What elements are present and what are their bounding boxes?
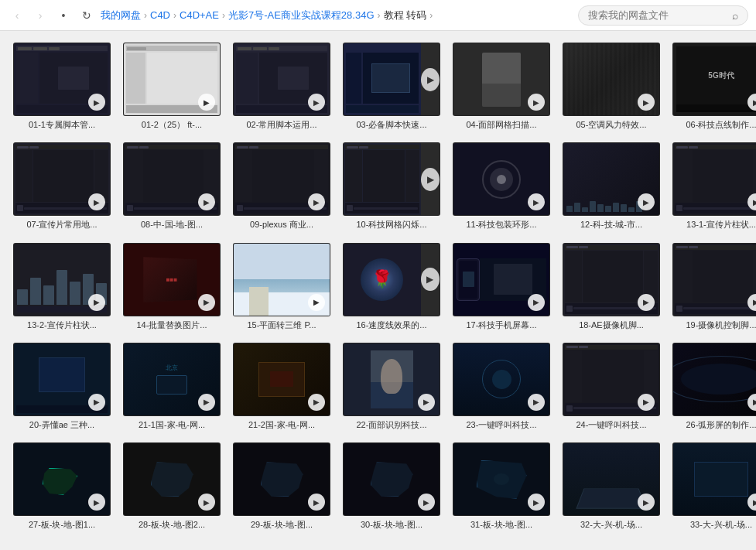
refresh-button[interactable]: ↻: [77, 6, 96, 25]
breadcrumb-sep-1: ›: [144, 10, 147, 21]
file-thumbnail: ▶: [453, 243, 550, 316]
breadcrumb-current: 教程 转码: [384, 9, 427, 22]
play-button[interactable]: ▶: [308, 94, 325, 111]
file-item[interactable]: ▶19-摄像机控制脚...: [670, 241, 756, 333]
play-button-center[interactable]: ▶: [421, 268, 440, 291]
file-thumbnail: ▶: [123, 442, 221, 516]
file-thumbnail: ▶: [672, 243, 756, 316]
file-item[interactable]: ▶31-板-块-地-图...: [450, 440, 552, 532]
file-thumbnail: ▶: [13, 343, 111, 416]
play-button[interactable]: ▶: [418, 394, 435, 411]
file-name: 05-空调风力特效...: [576, 119, 646, 130]
search-icon[interactable]: ⌕: [732, 9, 738, 22]
play-button[interactable]: ▶: [528, 294, 545, 311]
file-item[interactable]: ▶01-1专属脚本管...: [11, 40, 113, 132]
file-grid: ▶01-1专属脚本管... ▶01-2（25） ft-...: [11, 40, 745, 532]
file-item[interactable]: ▶10-科技网格闪烁...: [340, 140, 443, 232]
file-item[interactable]: ▶27-板-块-地-图1...: [11, 440, 113, 532]
file-item[interactable]: 🌹 ▶16-速度线效果的...: [340, 241, 443, 333]
play-button[interactable]: ▶: [88, 394, 105, 411]
play-button-center[interactable]: ▶: [421, 68, 440, 91]
file-thumbnail: ▶: [233, 343, 330, 416]
file-thumbnail: ▶: [233, 243, 330, 316]
play-button[interactable]: ▶: [88, 94, 105, 111]
file-item[interactable]: ▶01-2（25） ft-...: [121, 40, 223, 132]
file-item[interactable]: ▶13-2-宣传片柱状...: [11, 241, 113, 333]
file-thumbnail: ▶: [233, 43, 330, 116]
file-item[interactable]: ▶24-一键呼叫科技...: [560, 340, 662, 432]
file-item[interactable]: ▶32-大-兴-机-场...: [560, 440, 662, 532]
file-item[interactable]: ▶15-平面转三维 P...: [231, 241, 333, 333]
file-item[interactable]: ▶17-科技手机屏幕...: [450, 241, 552, 333]
play-button[interactable]: ▶: [528, 394, 545, 411]
file-item[interactable]: ▶18-AE摄像机脚...: [560, 241, 662, 333]
search-input[interactable]: [588, 9, 727, 21]
file-item[interactable]: 5G时代 ▶06-科技点线制作...: [670, 40, 756, 132]
file-name: 13-2-宣传片柱状...: [27, 319, 97, 330]
file-name: 33-大-兴-机-场...: [690, 519, 752, 530]
file-thumbnail: ▶: [13, 142, 111, 216]
play-button[interactable]: ▶: [198, 94, 215, 111]
play-button[interactable]: ▶: [308, 394, 325, 411]
file-thumbnail: ▶: [343, 43, 440, 116]
forward-button[interactable]: ›: [31, 6, 50, 25]
breadcrumb-sep-5: ›: [429, 10, 433, 21]
play-button[interactable]: ▶: [638, 94, 655, 111]
file-thumbnail: ▶: [13, 243, 111, 316]
search-box[interactable]: ⌕: [578, 5, 748, 26]
more-button[interactable]: •: [54, 6, 73, 25]
file-name: 06-科技点线制作...: [686, 119, 756, 130]
file-name: 32-大-兴-机-场...: [580, 519, 642, 530]
file-thumbnail: ▶: [453, 43, 550, 116]
play-button[interactable]: ▶: [198, 294, 215, 311]
file-item[interactable]: ▶07-宣传片常用地...: [11, 140, 113, 232]
file-item[interactable]: ▶29-板-块-地-图...: [231, 440, 333, 532]
file-item[interactable]: ▶05-空调风力特效...: [560, 40, 662, 132]
play-button[interactable]: ▶: [308, 294, 325, 311]
file-item[interactable]: ▶11-科技包装环形...: [450, 140, 552, 232]
file-thumbnail: ▶: [343, 142, 440, 216]
file-item[interactable]: ▶13-1-宣传片柱状...: [670, 140, 756, 232]
breadcrumb-c4dae[interactable]: C4D+AE: [180, 9, 219, 21]
breadcrumb-c4d[interactable]: C4D: [150, 9, 170, 21]
file-thumbnail: ▶: [343, 343, 440, 416]
file-item[interactable]: ▶23-一键呼叫科技...: [450, 340, 552, 432]
file-name: 22-面部识别科技...: [356, 419, 426, 430]
file-item[interactable]: ▶04-面部网格扫描...: [450, 40, 552, 132]
file-item[interactable]: ▶20-弄懂ae 三种...: [11, 340, 113, 432]
file-item[interactable]: ▶12-科-技-城-市...: [560, 140, 662, 232]
file-item[interactable]: ▶21-2国-家-电-网...: [231, 340, 333, 432]
file-name: 18-AE摄像机脚...: [579, 319, 644, 330]
file-item[interactable]: ▶30-板-块-地-图...: [340, 440, 443, 532]
play-button[interactable]: ▶: [88, 294, 105, 311]
file-item[interactable]: ▶08-中-国-地-图...: [121, 140, 223, 232]
play-button-center[interactable]: ▶: [421, 168, 440, 191]
file-item[interactable]: ▶26-弧形屏的制作...: [670, 340, 756, 432]
file-name: 17-科技手机屏幕...: [466, 319, 536, 330]
file-item[interactable]: ▶22-面部识别科技...: [340, 340, 443, 432]
play-button[interactable]: ▶: [638, 294, 655, 311]
file-thumbnail: ▶: [453, 343, 550, 416]
play-button[interactable]: ▶: [528, 94, 545, 111]
file-item[interactable]: ▶03-必备脚本快速...: [340, 40, 443, 132]
file-thumbnail: ▶: [123, 43, 221, 116]
file-item[interactable]: 北京 ▶21-1国-家-电-网...: [121, 340, 223, 432]
file-item[interactable]: ▶09-plexus 商业...: [231, 140, 333, 232]
file-name: 21-2国-家-电-网...: [248, 419, 315, 430]
breadcrumb-course[interactable]: 光影7号-AE商业实战课程28.34G: [228, 9, 375, 22]
file-item[interactable]: ▶33-大-兴-机-场...: [670, 440, 756, 532]
file-name: 26-弧形屏的制作...: [686, 419, 756, 430]
file-thumbnail: ▶: [563, 43, 660, 116]
file-thumbnail: ▶: [563, 343, 660, 416]
file-thumbnail: ▶: [343, 442, 440, 516]
main-content: ▶01-1专属脚本管... ▶01-2（25） ft-...: [0, 31, 756, 541]
file-item[interactable]: ■■■ ▶14-批量替换图片...: [121, 241, 223, 333]
back-button[interactable]: ‹: [8, 6, 26, 25]
file-item[interactable]: ▶28-板-块-地-图2...: [121, 440, 223, 532]
file-thumbnail: ▶: [563, 243, 660, 316]
play-button[interactable]: ▶: [638, 394, 655, 411]
breadcrumb-home[interactable]: 我的网盘: [101, 9, 141, 22]
file-thumbnail: ▶: [563, 442, 660, 516]
file-item[interactable]: ▶02-常用脚本运用...: [231, 40, 333, 132]
play-button[interactable]: ▶: [198, 394, 215, 411]
